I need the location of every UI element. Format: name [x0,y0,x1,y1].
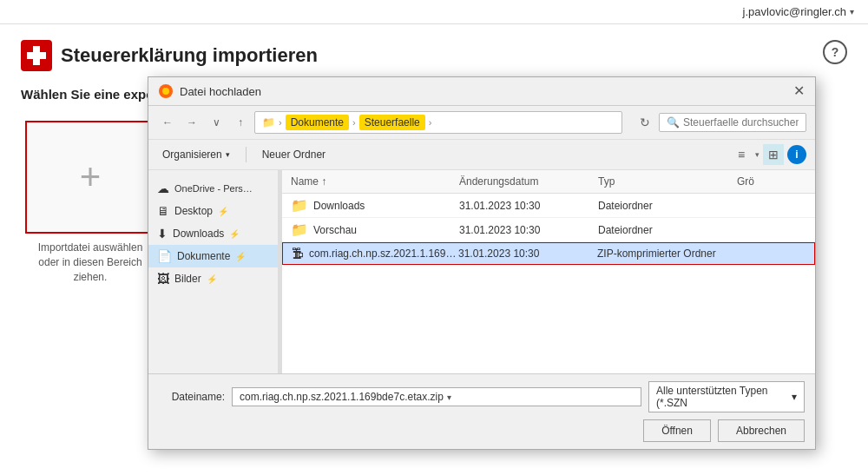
chevron-down-icon: ▾ [850,7,854,16]
file-row-zip[interactable]: 🗜 com.riag.ch.np.sz.2021.1.169bde7c.etax… [282,242,815,265]
col-name[interactable]: Name ↑ [291,174,459,189]
sidebar-label-dokumente: Dokumente [177,250,230,262]
file-dialog: Datei hochladen ✕ ← → ∨ ↑ 📁 › Dokumente … [148,76,816,450]
sidebar-item-downloads[interactable]: ⬇ Downloads ⚡ [148,222,278,245]
sidebar-pane: ☁ OneDrive - Pers… 🖥 Desktop ⚡ ⬇ Downloa… [148,170,279,373]
search-box[interactable]: 🔍 [659,113,806,132]
dialog-title-left: Datei hochladen [159,84,261,98]
file-row-downloads[interactable]: 📁 Downloads 31.01.2023 10:30 Dateiordner [282,194,815,218]
file-name-text-zip: com.riag.ch.np.sz.2021.1.169bde7c.etax.z… [309,247,458,260]
sort-icon: ↑ [321,174,326,189]
file-date-zip: 31.01.2023 10:30 [458,247,597,260]
page-title: Steuererklärung importieren [61,44,318,67]
toolbar-right: ≡ ▾ ⊞ i [731,144,806,165]
filename-value: com.riag.ch.np.sz.2021.1.169bde7c.etax.z… [240,391,444,403]
sidebar-label-onedrive: OneDrive - Pers… [174,183,253,194]
plus-icon: + [80,156,102,198]
pin-icon-dokumente: ⚡ [235,252,246,261]
col-type[interactable]: Typ [598,174,737,189]
cloud-icon: ☁ [157,181,169,195]
file-list-header: Name ↑ Änderungsdatum Typ Grö [282,170,815,194]
col-date[interactable]: Änderungsdatum [459,174,598,189]
dialog-toolbar: Organisieren ▾ Neuer Ordner ≡ ▾ ⊞ i [148,140,815,170]
open-button[interactable]: Öffnen [643,419,711,442]
filename-label: Dateiname: [159,391,225,403]
sidebar-item-desktop[interactable]: 🖥 Desktop ⚡ [148,200,278,222]
filetype-value: Alle unterstützten Typen (*.SZN [656,385,792,409]
file-pane: Name ↑ Änderungsdatum Typ Grö 📁 Download… [282,170,815,373]
file-type-zip: ZIP-komprimierter Ordner [597,247,736,260]
search-input[interactable] [683,116,799,129]
file-name-text-vorschau: Vorschau [313,224,357,236]
pin-icon-desktop: ⚡ [218,207,228,216]
filetype-select[interactable]: Alle unterstützten Typen (*.SZN ▾ [648,381,805,412]
file-name-downloads: 📁 Downloads [291,197,459,214]
sidebar-item-onedrive[interactable]: ☁ OneDrive - Pers… [148,177,278,200]
main-content: ? Steuererklärung importieren Wählen Sie… [0,24,868,475]
file-name-vorschau: 📁 Vorschau [291,221,459,238]
sidebar-label-desktop: Desktop [174,205,213,217]
filetype-chevron-icon: ▾ [792,391,797,403]
filename-dropdown-icon: ▾ [447,393,634,402]
cancel-button[interactable]: Abbrechen [718,419,805,442]
zip-icon: 🗜 [292,247,304,261]
back-button[interactable]: ← [157,112,178,133]
organize-chevron-icon: ▾ [226,150,230,159]
sidebar-label-bilder: Bilder [174,273,201,285]
dokumente-icon: 📄 [157,249,172,263]
user-email: j.pavlovic@ringler.ch [743,5,846,18]
filename-input[interactable]: com.riag.ch.np.sz.2021.1.169bde7c.etax.z… [232,387,641,406]
folder-icon-vorschau: 📁 [291,221,308,238]
file-type-downloads: Dateiordner [598,200,737,212]
desktop-icon: 🖥 [157,204,169,218]
folder-icon: 📁 [262,116,275,129]
pin-icon-downloads: ⚡ [229,229,240,239]
panel-view-button[interactable]: ⊞ [763,144,784,165]
upload-area[interactable]: + [25,121,155,234]
footer-filename-row: Dateiname: com.riag.ch.np.sz.2021.1.169b… [159,381,805,412]
refresh-button[interactable]: ↻ [635,112,655,133]
col-size[interactable]: Grö [737,174,806,189]
file-row-vorschau[interactable]: 📁 Vorschau 31.01.2023 10:30 Dateiordner [282,218,815,242]
dialog-body: ☁ OneDrive - Pers… 🖥 Desktop ⚡ ⬇ Downloa… [148,170,815,373]
dialog-title: Datei hochladen [180,85,261,98]
upload-label: Importdatei auswählenoder in diesen Bere… [25,241,155,284]
toolbar-separator [246,147,247,162]
user-info[interactable]: j.pavlovic@ringler.ch ▾ [743,5,854,18]
dropdown-button[interactable]: ∨ [206,112,227,133]
upload-section: + Importdatei auswählenoder in diesen Be… [21,121,160,284]
app-header: j.pavlovic@ringler.ch ▾ [0,0,868,24]
breadcrumb-steuerfaelle[interactable]: Steuerfaelle [359,115,425,130]
bilder-icon: 🖼 [157,272,169,286]
new-folder-button[interactable]: Neuer Ordner [257,146,331,163]
organize-button[interactable]: Organisieren ▾ [157,146,235,163]
dialog-nav: ← → ∨ ↑ 📁 › Dokumente › Steuerfaelle › ↻… [148,106,815,140]
up-button[interactable]: ↑ [230,112,251,133]
sidebar-label-downloads: Downloads [173,228,224,240]
sidebar-item-dokumente[interactable]: 📄 Dokumente ⚡ [148,245,278,267]
forward-button[interactable]: → [181,112,202,133]
list-view-button[interactable]: ≡ [731,144,752,165]
dialog-close-button[interactable]: ✕ [793,84,805,98]
logo-icon [21,40,52,71]
info-button[interactable]: i [787,145,806,164]
page-title-row: Steuererklärung importieren [21,40,847,71]
search-icon: 🔍 [667,116,680,129]
footer-buttons: Öffnen Abbrechen [159,419,805,442]
file-name-text-downloads: Downloads [313,200,365,212]
breadcrumb-dokumente[interactable]: Dokumente [286,115,349,130]
dialog-app-icon [159,84,173,98]
dialog-footer: Dateiname: com.riag.ch.np.sz.2021.1.169b… [148,373,815,449]
pin-icon-bilder: ⚡ [207,274,217,284]
file-date-vorschau: 31.01.2023 10:30 [459,224,598,236]
sidebar-item-bilder[interactable]: 🖼 Bilder ⚡ [148,267,278,290]
file-type-vorschau: Dateiordner [598,224,737,236]
view-chevron-icon: ▾ [755,150,760,159]
file-name-zip: 🗜 com.riag.ch.np.sz.2021.1.169bde7c.etax… [292,247,458,261]
dialog-titlebar: Datei hochladen ✕ [148,77,815,106]
breadcrumb-bar[interactable]: 📁 › Dokumente › Steuerfaelle › [254,111,622,134]
file-date-downloads: 31.01.2023 10:30 [459,200,598,212]
help-button[interactable]: ? [823,40,847,64]
downloads-icon: ⬇ [157,227,168,241]
svg-point-4 [162,88,169,95]
